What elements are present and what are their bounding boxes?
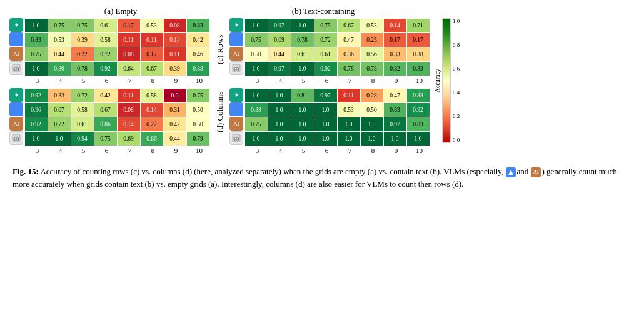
rows-text-heatmap: 1.00.971.00.750.670.530.140.710.750.690.… — [244, 18, 430, 76]
heatmap-cell: 0.44 — [268, 47, 291, 61]
heatmap-cell: 1.0 — [268, 132, 291, 146]
caption-area: Fig. 15: Accuracy of counting rows (c) v… — [9, 165, 635, 190]
heatmap-cell: 0.86 — [141, 132, 163, 146]
heatmap-cell: 0.11 — [338, 89, 360, 102]
heatmap-cell: 0.97 — [268, 19, 291, 32]
heatmap-row: 1.00.860.780.920.640.670.390.88 — [24, 61, 209, 76]
heatmap-cell: 0.47 — [384, 89, 406, 102]
rows-text-block: ✦ AI 🤖 1.00.971.00.750.670.530.1 — [229, 18, 431, 84]
heatmap-cell: 0.44 — [48, 47, 71, 61]
gemini-icon-3 — [229, 32, 243, 46]
x-axis-label: 8 — [362, 77, 385, 84]
heatmap-row: 0.751.01.01.01.01.00.970.83 — [244, 117, 430, 131]
heatmap-cell: 1.0 — [291, 117, 314, 131]
cols-label: (d) Columns — [213, 81, 227, 143]
heatmap-cell: 0.81 — [291, 89, 314, 102]
heatmap-row: 1.00.971.00.750.670.530.140.71 — [244, 18, 430, 32]
heatmap-cell: 0.72 — [71, 89, 94, 102]
x-axis-label: 6 — [316, 77, 338, 84]
heatmap-cell: 0.92 — [407, 103, 430, 117]
svg-marker-20 — [508, 170, 513, 175]
claude-icon-3: AI — [229, 47, 243, 61]
x-axis-rows-text: 345678910 — [246, 77, 431, 84]
heatmap-cell: 1.0 — [338, 132, 360, 146]
heatmap-cell: 0.61 — [94, 19, 117, 32]
gemini-inline-icon — [506, 167, 516, 177]
heatmap-cell: 0.75 — [314, 19, 337, 32]
heatmap-cell: 1.0 — [245, 19, 268, 32]
heatmap-row: 0.750.690.780.720.470.250.170.17 — [244, 32, 430, 47]
svg-text:🤖: 🤖 — [233, 65, 239, 71]
heatmap-cell: 0.78 — [71, 62, 94, 76]
svg-marker-7 — [13, 106, 20, 113]
heatmap-cell: 0.61 — [71, 117, 94, 131]
heatmap-cell: 0.14 — [164, 33, 186, 47]
llava-icon-2: 🤖 — [9, 131, 23, 145]
svg-text:🤖: 🤖 — [233, 135, 239, 141]
heatmap-cell: 0.92 — [94, 62, 117, 76]
heatmap-cell: 0.58 — [141, 89, 163, 102]
svg-text:✦: ✦ — [234, 92, 239, 98]
heatmap-cell: 0.88 — [187, 62, 209, 76]
heatmap-row: 1.01.00.810.970.110.280.470.88 — [244, 88, 430, 102]
cols-empty-block: ✦ AI 🤖 0.920.330.720.420.110.580 — [9, 88, 211, 154]
heatmap-cell: 0.94 — [71, 132, 94, 146]
svg-text:🤖: 🤖 — [13, 135, 19, 141]
heatmap-cell: 1.0 — [268, 103, 291, 117]
heatmap-cell: 1.0 — [361, 117, 383, 131]
heatmap-cell: 0.78 — [291, 33, 314, 47]
heatmap-cell: 0.97 — [384, 117, 406, 131]
heatmap-cell: 1.0 — [314, 117, 337, 131]
heatmap-cell: 0.92 — [25, 117, 48, 131]
heatmap-cell: 0.25 — [361, 33, 383, 47]
heatmap-cell: 0.22 — [141, 117, 163, 131]
x-axis-label: 7 — [339, 147, 361, 154]
x-axis-label: 3 — [246, 147, 269, 154]
heatmap-cell: 0.61 — [291, 47, 314, 61]
x-axis-label: 10 — [408, 77, 431, 84]
heatmap-row: 0.920.330.720.420.110.580.00.75 — [24, 88, 209, 102]
heatmap-cell: 0.67 — [48, 103, 71, 117]
heatmap-cell: 0.50 — [187, 103, 209, 117]
model-icons-rows-empty: ✦ AI 🤖 — [9, 18, 23, 76]
heatmap-cell: 0.50 — [245, 47, 268, 61]
x-axis-label: 8 — [362, 147, 385, 154]
x-axis-label: 8 — [142, 77, 164, 84]
heatmap-cell: 0.53 — [361, 19, 383, 32]
heatmap-cell: 0.11 — [164, 47, 186, 61]
x-axis-label: 4 — [269, 77, 292, 84]
claude-icon-4: AI — [229, 117, 243, 131]
heatmap-cell: 0.78 — [338, 62, 360, 76]
colorbar — [442, 18, 451, 143]
heatmap-cell: 0.82 — [384, 62, 406, 76]
svg-text:🤖: 🤖 — [13, 65, 19, 71]
colorbar-tick-label: 0.8 — [453, 42, 460, 48]
rows-label: (c) Rows — [213, 18, 227, 81]
svg-marker-12 — [233, 36, 240, 43]
heatmap-cell: 0.83 — [384, 103, 406, 117]
heatmap-cell: 0.11 — [118, 89, 140, 102]
accuracy-label: Accuracy — [434, 69, 441, 92]
heatmap-cell: 0.17 — [384, 33, 406, 47]
x-axis-label: 6 — [96, 147, 118, 154]
heatmap-cell: 0.78 — [361, 62, 383, 76]
heatmap-cell: 0.0 — [164, 89, 186, 102]
heatmap-cell: 1.0 — [245, 62, 268, 76]
x-axis-label: 5 — [73, 147, 95, 154]
heatmap-cell: 0.72 — [48, 117, 71, 131]
heatmap-cell: 0.53 — [338, 103, 360, 117]
x-axis-cols-text: 345678910 — [246, 147, 431, 154]
svg-text:✦: ✦ — [234, 22, 239, 28]
x-axis-label: 5 — [293, 77, 315, 84]
heatmap-cell: 0.47 — [338, 33, 360, 47]
heatmap-cell: 0.86 — [94, 117, 117, 131]
heatmap-cell: 0.14 — [384, 19, 406, 32]
heatmap-cell: 1.0 — [268, 89, 291, 102]
heatmap-cell: 0.17 — [141, 47, 163, 61]
heatmap-cell: 0.88 — [407, 89, 430, 102]
heatmap-cell: 0.64 — [118, 62, 140, 76]
heatmap-cell: 1.0 — [48, 132, 71, 146]
heatmap-cell: 0.39 — [164, 62, 186, 76]
heatmap-cell: 0.75 — [94, 132, 117, 146]
heatmap-cell: 1.0 — [314, 132, 337, 146]
